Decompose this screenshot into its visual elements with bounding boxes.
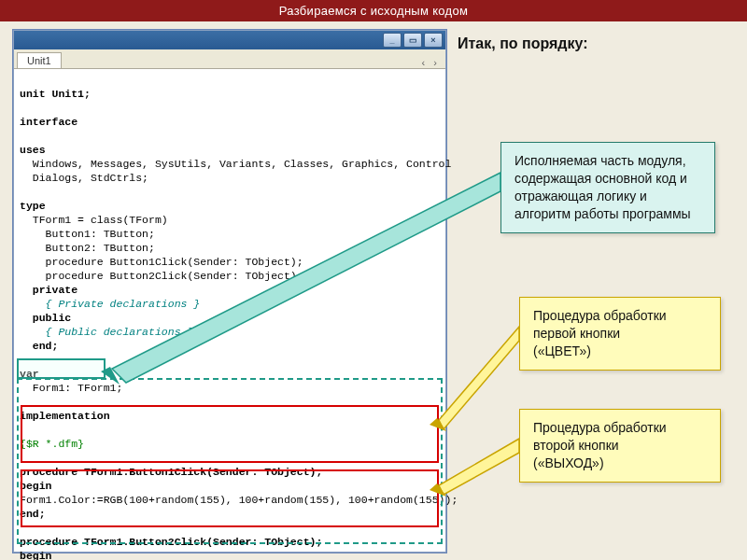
minimize-button[interactable]: _ bbox=[383, 33, 402, 48]
callout-text: Процедура обработки второй кнопки bbox=[533, 420, 667, 453]
maximize-button[interactable]: ▭ bbox=[403, 33, 422, 48]
header-title: Разбираемся с исходным кодом bbox=[279, 4, 468, 18]
subtitle: Итак, по порядку: bbox=[458, 35, 588, 52]
callout-text2: («ЦВЕТ») bbox=[533, 343, 591, 358]
code-editor[interactable]: unit Unit1; interface uses Windows, Mess… bbox=[14, 69, 445, 560]
tab-scroll-arrows[interactable]: ‹ › bbox=[416, 57, 445, 68]
callout-text: Процедура обработки первой кнопки bbox=[533, 308, 667, 341]
slide-header: Разбираемся с исходным кодом bbox=[0, 0, 747, 21]
callout-implementation: Исполняемая часть модуля, содержащая осн… bbox=[500, 142, 715, 233]
callout-text2: («ВЫХОД») bbox=[533, 455, 604, 470]
tab-strip: Unit1 ‹ › bbox=[14, 49, 445, 69]
code-window: _ ▭ × Unit1 ‹ › unit Unit1; interface us… bbox=[13, 30, 446, 553]
tab-unit1[interactable]: Unit1 bbox=[17, 52, 62, 68]
svg-marker-2 bbox=[439, 327, 519, 429]
callout-text: Исполняемая часть модуля, содержащая осн… bbox=[514, 153, 691, 221]
callout-proc1: Процедура обработки первой кнопки («ЦВЕТ… bbox=[519, 297, 721, 371]
callout-proc2: Процедура обработки второй кнопки («ВЫХО… bbox=[519, 409, 721, 483]
window-titlebar: _ ▭ × bbox=[14, 31, 445, 49]
close-button[interactable]: × bbox=[424, 33, 443, 48]
svg-marker-4 bbox=[439, 439, 519, 495]
